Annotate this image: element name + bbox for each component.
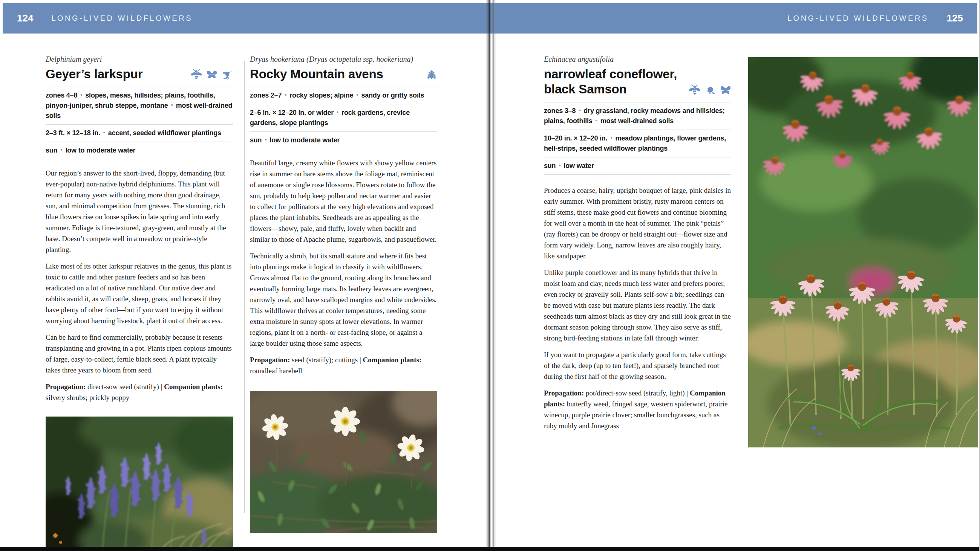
info-segment: zones 3–8 xyxy=(544,107,576,114)
paragraph: Can be hard to find commercially, probab… xyxy=(46,332,233,375)
larkspur-photo xyxy=(46,416,233,551)
propagation-line: Propagation: direct-sow seed (stratify) … xyxy=(46,381,233,403)
paragraph: Our region’s answer to the short-lived, … xyxy=(46,168,233,255)
species-name: Delphinium geyeri xyxy=(46,55,233,64)
info-segment: low to moderate water xyxy=(65,146,135,154)
bullet-separator: • xyxy=(558,162,560,168)
info-row-light-water: sun•low to moderate water xyxy=(46,142,233,159)
bullet-separator: • xyxy=(103,129,105,136)
info-segment: 2–3 ft. × 12–18 in. xyxy=(46,129,100,137)
paragraph: Technically a shrub, but its small statu… xyxy=(250,251,437,349)
propagation-line: Propagation: pot/direct-sow seed (strati… xyxy=(544,387,731,431)
title-row: Rocky Mountain avens xyxy=(250,67,437,82)
scan-bottom-edge xyxy=(0,547,980,551)
companion-value: butterfly weed, fringed sage, western sp… xyxy=(544,400,728,430)
paragraph: If you want to propagate a particularly … xyxy=(544,349,731,382)
paragraph: Like most of its other larkspur relative… xyxy=(46,260,233,326)
info-segment: rocky slopes; alpine xyxy=(290,92,353,99)
column-divider xyxy=(244,61,245,513)
bullet-separator: • xyxy=(171,102,173,108)
entry-narrowleaf-coneflower: Echinacea angustifolia narrowleaf conefl… xyxy=(544,55,731,437)
bullet-separator: • xyxy=(610,135,612,141)
info-row-light-water: sun•low to moderate water xyxy=(250,132,437,149)
companion-label: Companion plants: xyxy=(164,383,223,391)
bullet-separator: • xyxy=(356,92,358,98)
info-segment: 10–20 in. × 12–20 in. xyxy=(544,135,607,142)
info-row-light-water: sun•low water xyxy=(544,157,731,175)
info-segment: sun xyxy=(46,146,57,154)
info-row-habitat: zones 4–8•slopes, mesas, hillsides; plai… xyxy=(46,87,233,125)
companion-value: silvery shrubs; prickly poppy xyxy=(46,394,129,402)
pollinator-icons xyxy=(689,84,731,97)
avens-photo xyxy=(250,391,437,533)
pollinator-icons xyxy=(191,69,233,82)
page-number-left: 124 xyxy=(17,13,33,24)
info-row-size-use: 2–6 in. × 12–20 in. or wider•rock garden… xyxy=(250,104,437,132)
info-segment: zones 4–8 xyxy=(46,92,77,99)
species-name: Dryas hookeriana (Dryas octopetala ssp. … xyxy=(250,55,437,64)
butterfly-icon xyxy=(206,69,218,80)
title-row: narrowleaf coneflower,black Samson xyxy=(544,67,731,97)
title-row: Geyer’s larkspur xyxy=(46,67,233,82)
info-segment: low to moderate water xyxy=(269,137,340,144)
coneflower-photo xyxy=(748,57,978,448)
paragraph: Beautiful large, creamy white flowers wi… xyxy=(250,157,437,245)
entry-body: Our region’s answer to the short-lived, … xyxy=(46,168,233,403)
info-segment: low water xyxy=(563,162,593,170)
propagation-label: Propagation: xyxy=(544,389,584,397)
info-block: zones 4–8•slopes, mesas, hillsides; plai… xyxy=(46,87,233,159)
page-number-right: 125 xyxy=(947,13,963,24)
book-spread: 124 LONG-LIVED WILDFLOWERS LONG-LIVED WI… xyxy=(0,0,980,551)
header-right: LONG-LIVED WILDFLOWERS 125 xyxy=(788,13,963,24)
companion-label: Companion plants: xyxy=(363,356,422,364)
info-segment: sun xyxy=(250,137,262,144)
entry-geyers-larkspur: Delphinium geyeri Geyer’s larkspur zones… xyxy=(46,55,233,551)
fly-icon xyxy=(426,69,437,80)
entry-body: Produces a coarse, hairy, upright bouque… xyxy=(544,185,731,431)
entry-body: Beautiful large, creamy white flowers wi… xyxy=(250,157,437,376)
bullet-separator: • xyxy=(285,92,286,98)
header-left: 124 LONG-LIVED WILDFLOWERS xyxy=(17,13,192,24)
common-name-line1: narrowleaf coneflower, xyxy=(544,67,677,81)
info-block: zones 3–8•dry grassland, rocky meadows a… xyxy=(544,102,731,175)
section-title-left: LONG-LIVED WILDFLOWERS xyxy=(51,14,192,22)
page-gutter xyxy=(486,0,496,551)
info-segment: zones 2–7 xyxy=(250,92,282,99)
propagation-label: Propagation: xyxy=(250,356,290,364)
propagation-value: pot/direct-sow seed (stratify, light) | xyxy=(584,389,690,397)
section-title-right: LONG-LIVED WILDFLOWERS xyxy=(788,14,929,22)
info-segment: sun xyxy=(544,162,555,170)
bullet-separator: • xyxy=(60,146,62,153)
propagation-value: direct-sow seed (stratify) | xyxy=(86,383,164,391)
info-row-size-use: 2–3 ft. × 12–18 in.•accent, seeded wildf… xyxy=(46,125,233,142)
paragraph: Produces a coarse, hairy, upright bouque… xyxy=(544,185,731,261)
hummingbird-icon xyxy=(222,69,233,80)
propagation-value: seed (stratify); cuttings | xyxy=(290,356,363,364)
common-name: Rocky Mountain avens xyxy=(250,67,383,82)
common-name-line2: black Samson xyxy=(544,82,627,96)
info-row-habitat: zones 3–8•dry grassland, rocky meadows a… xyxy=(544,102,731,130)
bird-icon xyxy=(705,84,716,96)
common-name: Geyer’s larkspur xyxy=(46,67,143,82)
common-name: narrowleaf coneflower,black Samson xyxy=(544,67,677,97)
species-name: Echinacea angustifolia xyxy=(544,55,731,64)
bullet-separator: • xyxy=(595,117,597,124)
bullet-separator: • xyxy=(337,109,339,115)
butterfly-icon xyxy=(720,84,731,96)
bullet-separator: • xyxy=(579,107,581,113)
bullet-separator: • xyxy=(265,137,266,143)
pollinator-icons xyxy=(426,69,437,82)
info-segment: most well-drained soils xyxy=(600,117,674,125)
companion-value: roundleaf harebell xyxy=(250,367,302,375)
info-row-size-use: 10–20 in. × 12–20 in.•meadow plantings, … xyxy=(544,130,731,157)
info-segment: sandy or gritty soils xyxy=(361,92,424,99)
bee-icon xyxy=(191,69,202,80)
bee-icon xyxy=(689,84,700,96)
info-row-habitat: zones 2–7•rocky slopes; alpine•sandy or … xyxy=(250,87,437,104)
paragraph: Unlike purple coneflower and its many hy… xyxy=(544,267,731,343)
info-block: zones 2–7•rocky slopes; alpine•sandy or … xyxy=(250,87,437,149)
bullet-separator: • xyxy=(80,92,82,98)
propagation-label: Propagation: xyxy=(46,383,86,391)
info-segment: accent, seeded wildflower plantings xyxy=(108,129,221,137)
info-segment: 2–6 in. × 12–20 in. or wider xyxy=(250,109,334,116)
